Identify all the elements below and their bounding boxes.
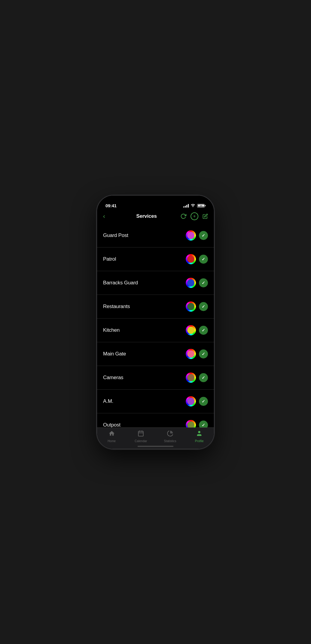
tab-item-statistics[interactable]: Statistics [160, 430, 181, 443]
check-mark-icon: ✓ [202, 328, 205, 333]
calendar-icon [138, 430, 144, 439]
color-inner [187, 350, 194, 358]
check-mark-icon: ✓ [202, 352, 205, 356]
check-button[interactable]: ✓ [199, 278, 208, 287]
service-name: Main Gate [103, 351, 126, 357]
color-picker-icon[interactable] [186, 420, 196, 427]
services-list: Guard Post✓Patrol✓Barracks Guard✓Restaur… [97, 224, 214, 427]
color-inner [187, 303, 194, 310]
tab-item-home[interactable]: Home [101, 430, 122, 443]
check-mark-icon: ✓ [202, 375, 205, 380]
profile-icon [196, 430, 203, 439]
add-button[interactable]: + [191, 212, 198, 220]
svg-point-4 [198, 431, 200, 433]
phone-shell: 09:41 100 [97, 196, 214, 449]
service-name: A.M. [103, 398, 113, 404]
service-actions: ✓ [186, 301, 208, 312]
service-name: Patrol [103, 256, 116, 262]
tab-label-statistics: Statistics [164, 439, 176, 443]
status-time: 09:41 [105, 203, 117, 208]
check-button[interactable]: ✓ [199, 231, 208, 240]
color-picker-icon[interactable] [186, 278, 196, 288]
color-inner [187, 398, 194, 405]
service-actions: ✓ [186, 325, 208, 335]
service-actions: ✓ [186, 396, 208, 406]
service-item-2[interactable]: Patrol✓ [97, 247, 214, 271]
page-title: Services [136, 213, 157, 219]
wifi-icon [191, 203, 195, 208]
color-picker-icon[interactable] [186, 230, 196, 241]
color-inner [187, 256, 194, 263]
service-name: Kitchen [103, 327, 120, 333]
color-picker-icon[interactable] [186, 325, 196, 335]
service-actions: ✓ [186, 420, 208, 427]
service-actions: ✓ [186, 230, 208, 241]
signal-bar-4 [188, 204, 189, 208]
check-button[interactable]: ✓ [199, 421, 208, 427]
signal-bar-1 [183, 206, 184, 208]
nav-actions: + [180, 212, 208, 220]
signal-bar-2 [185, 206, 186, 208]
service-name: Cameras [103, 375, 123, 381]
check-button[interactable]: ✓ [199, 302, 208, 311]
service-item-4[interactable]: Restaurants✓ [97, 295, 214, 319]
home-indicator [138, 446, 173, 447]
check-mark-icon: ✓ [202, 280, 205, 285]
screen: 09:41 100 [97, 196, 214, 449]
color-inner [187, 374, 194, 381]
tab-item-calendar[interactable]: Calendar [130, 430, 151, 443]
check-mark-icon: ✓ [202, 304, 205, 309]
service-actions: ✓ [186, 254, 208, 264]
service-actions: ✓ [186, 373, 208, 383]
check-mark-icon: ✓ [202, 233, 205, 238]
color-inner [187, 327, 194, 334]
service-item-9[interactable]: Outpost✓ [97, 413, 214, 427]
tab-label-calendar: Calendar [135, 439, 147, 443]
service-item-7[interactable]: Cameras✓ [97, 366, 214, 390]
check-button[interactable]: ✓ [199, 373, 208, 382]
check-mark-icon: ✓ [202, 423, 205, 427]
service-actions: ✓ [186, 278, 208, 288]
color-picker-icon[interactable] [186, 373, 196, 383]
color-picker-icon[interactable] [186, 349, 196, 359]
edit-button[interactable] [203, 214, 208, 219]
service-name: Restaurants [103, 304, 130, 310]
service-name: Guard Post [103, 232, 128, 238]
color-picker-icon[interactable] [186, 254, 196, 264]
service-item-6[interactable]: Main Gate✓ [97, 342, 214, 366]
statistics-icon [167, 430, 173, 439]
tab-label-home: Home [108, 439, 116, 443]
refresh-button[interactable] [180, 213, 186, 219]
service-item-8[interactable]: A.M.✓ [97, 390, 214, 413]
dynamic-island [138, 199, 173, 209]
color-inner [187, 279, 194, 286]
service-item-5[interactable]: Kitchen✓ [97, 319, 214, 342]
signal-bar-3 [186, 205, 187, 208]
color-inner [187, 421, 194, 427]
check-button[interactable]: ✓ [199, 326, 208, 335]
check-button[interactable]: ✓ [199, 397, 208, 406]
signal-bars-icon [183, 204, 189, 208]
service-item-3[interactable]: Barracks Guard✓ [97, 271, 214, 295]
tab-label-profile: Profile [195, 439, 204, 443]
tab-item-profile[interactable]: Profile [189, 430, 210, 443]
check-mark-icon: ✓ [202, 399, 205, 404]
service-actions: ✓ [186, 349, 208, 359]
color-picker-icon[interactable] [186, 396, 196, 406]
back-button[interactable]: ‹ [103, 213, 113, 220]
battery-icon: 100 [197, 204, 206, 208]
check-mark-icon: ✓ [202, 257, 205, 262]
svg-rect-0 [138, 431, 144, 436]
check-button[interactable]: ✓ [199, 349, 208, 358]
home-icon [108, 430, 115, 439]
color-picker-icon[interactable] [186, 301, 196, 312]
check-button[interactable]: ✓ [199, 255, 208, 264]
color-inner [187, 232, 194, 239]
service-item-1[interactable]: Guard Post✓ [97, 224, 214, 247]
battery-level: 100 [198, 205, 204, 207]
status-icons: 100 [183, 203, 206, 208]
service-name: Outpost [103, 422, 120, 427]
service-name: Barracks Guard [103, 280, 138, 286]
